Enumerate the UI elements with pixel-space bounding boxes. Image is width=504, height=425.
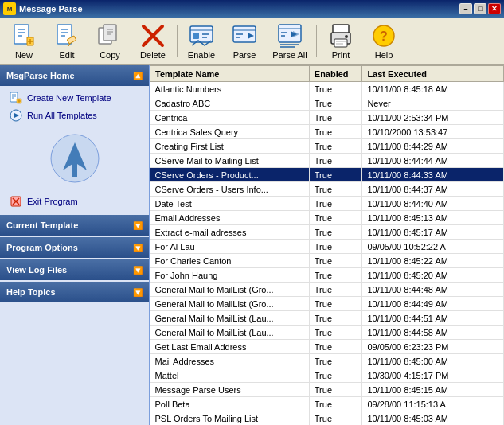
cell-last-executed: 09/28/00 11:15:13 A	[362, 397, 504, 411]
cell-template-name: For Charles Canton	[150, 254, 310, 268]
col-last-executed[interactable]: Last Executed	[362, 66, 504, 82]
table-row[interactable]: CentricaTrue10/11/00 2:53:34 PM	[150, 111, 504, 125]
table-row[interactable]: Creating First ListTrue10/11/00 8:44:29 …	[150, 139, 504, 154]
title-bar-left: M Message Parse	[3, 2, 83, 15]
create-new-template-label: Create New Template	[27, 93, 111, 103]
svg-rect-16	[104, 25, 116, 41]
table-row[interactable]: General Mail to MailList (Lau...True10/1…	[150, 326, 504, 340]
sidebar-item-create-new-template[interactable]: Create New Template	[0, 89, 149, 107]
sidebar-help-topics-label: Help Topics	[6, 287, 56, 297]
title-bar-controls: – □ ✕	[459, 3, 501, 14]
svg-rect-24	[193, 33, 199, 39]
run-all-templates-label: Run All Templates	[27, 111, 97, 120]
cell-enabled: True	[309, 168, 362, 182]
cell-enabled: True	[309, 182, 362, 197]
cell-template-name: General Mail to MailList (Lau...	[150, 326, 310, 340]
cell-last-executed: 10/11/00 8:44:48 AM	[362, 283, 504, 297]
table-row[interactable]: Atlantic NumbersTrue10/11/00 8:45:18 AM	[150, 82, 504, 96]
cell-enabled: True	[309, 82, 362, 96]
table-row[interactable]: CServe Orders - Users Info...True10/11/0…	[150, 182, 504, 197]
cell-enabled: True	[309, 197, 362, 211]
table-row[interactable]: General Mail to MailList (Gro...True10/1…	[150, 283, 504, 297]
table-row[interactable]: Email AddressesTrue10/11/00 8:45:13 AM	[150, 211, 504, 225]
close-button[interactable]: ✕	[488, 3, 501, 14]
sidebar-header-help-topics[interactable]: Help Topics 🔽	[0, 282, 149, 302]
table-row[interactable]: CServe Mail to Mailing ListTrue10/11/00 …	[150, 154, 504, 168]
maximize-button[interactable]: □	[474, 3, 486, 14]
print-button[interactable]: Print	[320, 21, 361, 62]
sidebar-header-current-template[interactable]: Current Template 🔽	[0, 215, 149, 236]
cell-last-executed: 10/11/00 8:44:29 AM	[362, 139, 504, 154]
enable-button[interactable]: Enable	[181, 21, 222, 62]
svg-text:?: ?	[380, 29, 388, 43]
sidebar-home-label: MsgParse Home	[6, 71, 75, 80]
title-bar: M Message Parse – □ ✕	[0, 0, 504, 18]
sidebar-item-exit-program[interactable]: Exit Program	[0, 193, 149, 210]
cell-enabled: True	[309, 397, 362, 411]
table-row[interactable]: Mail AddressesTrue10/11/00 8:45:00 AM	[150, 354, 504, 368]
cell-enabled: True	[309, 283, 362, 297]
table-row[interactable]: For John HaungTrue10/11/00 8:45:20 AM	[150, 268, 504, 283]
table-row[interactable]: Cadastro ABCTrueNever	[150, 96, 504, 111]
cell-enabled: True	[309, 411, 362, 426]
cell-enabled: True	[309, 383, 362, 397]
delete-button[interactable]: Delete	[132, 21, 174, 62]
table-row[interactable]: Extract e-mail adressesTrue10/11/00 8:45…	[150, 225, 504, 240]
table-row[interactable]: PSL Orders To Mailing ListTrue10/11/00 8…	[150, 411, 504, 426]
cell-last-executed: 09/05/00 6:23:23 PM	[362, 340, 504, 354]
edit-button[interactable]: Edit	[46, 21, 88, 62]
cell-template-name: CServe Mail to Mailing List	[150, 154, 310, 168]
table-row[interactable]: For Charles CantonTrue10/11/00 8:45:22 A…	[150, 254, 504, 268]
cell-enabled: True	[309, 211, 362, 225]
window-title: Message Parse	[19, 4, 83, 14]
parse-all-button[interactable]: Parse All	[267, 21, 313, 62]
cell-enabled: True	[309, 240, 362, 254]
sidebar-item-run-all-templates[interactable]: Run All Templates	[0, 107, 149, 124]
sidebar-section-home: MsgParse Home 🔼	[0, 65, 149, 213]
toolbar: New Edit Copy	[0, 18, 504, 65]
toolbar-separator-1	[177, 25, 178, 57]
cell-last-executed: 10/11/00 8:45:15 AM	[362, 383, 504, 397]
table-wrapper[interactable]: Template Name Enabled Last Executed Atla…	[150, 65, 504, 425]
sidebar-header-program-options[interactable]: Program Options 🔽	[0, 237, 149, 258]
parse-button[interactable]: Parse	[224, 21, 265, 62]
help-button[interactable]: ? Help	[363, 21, 404, 62]
cell-last-executed: 10/11/00 8:44:37 AM	[362, 182, 504, 197]
sidebar-home-content: Create New Template Run All Templates	[0, 86, 149, 213]
cell-enabled: True	[309, 125, 362, 139]
table-row[interactable]: General Mail to MailList (Gro...True10/1…	[150, 297, 504, 311]
col-enabled[interactable]: Enabled	[309, 66, 362, 82]
help-icon: ?	[371, 23, 397, 49]
sidebar-header-view-log-files[interactable]: View Log Files 🔽	[0, 259, 149, 280]
table-row[interactable]: Get Last Email AddressTrue09/05/00 6:23:…	[150, 340, 504, 354]
svg-rect-42	[334, 39, 347, 47]
print-label: Print	[332, 50, 350, 60]
table-row[interactable]: CServe Orders - Product...True10/11/00 8…	[150, 168, 504, 182]
cell-last-executed: 10/11/00 8:45:17 AM	[362, 225, 504, 240]
cell-last-executed: 09/05/00 10:52:22 A	[362, 240, 504, 254]
table-row[interactable]: For Al LauTrue09/05/00 10:52:22 A	[150, 240, 504, 254]
table-row[interactable]: Date TestTrue10/11/00 8:44:40 AM	[150, 197, 504, 211]
col-template-name[interactable]: Template Name	[150, 66, 310, 82]
parse-label: Parse	[233, 50, 256, 60]
table-row[interactable]: General Mail to MailList (Lau...True10/1…	[150, 311, 504, 326]
table-row[interactable]: MattelTrue10/30/00 4:15:17 PM	[150, 368, 504, 383]
table-header: Template Name Enabled Last Executed	[150, 66, 504, 82]
sidebar-program-options-chevron: 🔽	[133, 244, 143, 252]
table-row[interactable]: Message Parse UsersTrue10/11/00 8:45:15 …	[150, 383, 504, 397]
exit-program-icon	[10, 195, 22, 208]
new-button[interactable]: New	[3, 21, 45, 62]
cell-enabled: True	[309, 297, 362, 311]
copy-button[interactable]: Copy	[89, 21, 131, 62]
sidebar-program-options-label: Program Options	[6, 243, 78, 252]
table-row[interactable]: Poll BetaTrue09/28/00 11:15:13 A	[150, 397, 504, 411]
sidebar-header-home[interactable]: MsgParse Home 🔼	[0, 65, 149, 86]
minimize-button[interactable]: –	[459, 3, 472, 14]
cell-enabled: True	[309, 354, 362, 368]
cell-enabled: True	[309, 111, 362, 125]
table-row[interactable]: Centrica Sales QueryTrue10/10/2000 13:53…	[150, 125, 504, 139]
cell-enabled: True	[309, 96, 362, 111]
cell-last-executed: 10/30/00 4:15:17 PM	[362, 368, 504, 383]
cell-template-name: Email Addresses	[150, 211, 310, 225]
svg-rect-48	[10, 92, 18, 102]
